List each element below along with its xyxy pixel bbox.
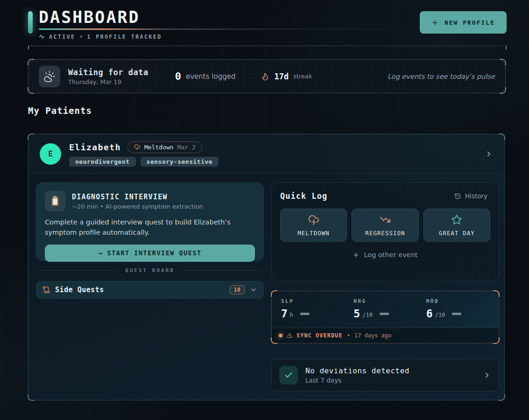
warning-icon	[287, 333, 292, 338]
chevron-right-icon	[485, 150, 493, 158]
start-interview-quest-button[interactable]: → START INTERVIEW QUEST	[45, 245, 255, 262]
stat-unit: /10	[362, 312, 373, 319]
corner-bracket	[28, 87, 34, 94]
status-row: ACTIVE • 1 PROFILE TRACKED	[39, 34, 412, 40]
corner-bracket	[28, 394, 34, 401]
side-quests-toggle[interactable]: Side Quests 10	[36, 281, 264, 299]
sync-status-label: SYNC OVERDUE	[296, 332, 343, 339]
stat-value-row: 7 h	[281, 308, 353, 319]
quest-board-divider: QUEST BOARD	[38, 267, 262, 273]
new-profile-label: NEW PROFILE	[444, 19, 495, 26]
patient-header[interactable]: E Elizabeth Meltdown Mar 2 neurodivergen…	[28, 134, 504, 174]
plus-icon	[353, 252, 360, 259]
stat-unit: /10	[435, 312, 445, 319]
status-title: Waiting for data	[68, 68, 148, 77]
stat-label: NRG	[353, 298, 426, 304]
tag-sensory-sensitive: sensory-sensitive	[141, 157, 219, 167]
dot-separator: •	[347, 332, 350, 339]
sync-time: 17 days ago	[354, 332, 391, 339]
events-metric: 0 events logged	[175, 70, 236, 82]
cloud-sun-icon	[43, 70, 56, 83]
title-underline	[39, 28, 412, 30]
right-column: Quick Log History	[271, 182, 499, 392]
stat-trend-bar	[380, 313, 389, 315]
check-icon	[284, 371, 293, 380]
weather-icon-box	[39, 66, 60, 87]
quick-log-panel: Quick Log History	[271, 182, 499, 281]
stat-value-row: 5 /10	[353, 308, 426, 319]
cloud-lightning-icon	[308, 214, 319, 225]
new-profile-button[interactable]: NEW PROFILE	[420, 11, 507, 34]
stat-value-row: 6 /10	[426, 308, 499, 319]
side-quests-count-badge: 10	[230, 285, 245, 294]
divider-line	[181, 270, 262, 271]
log-other-event-button[interactable]: Log other event	[350, 251, 420, 259]
patient-tags: neurodivergent sensory-sensitive	[69, 157, 219, 167]
streak-value: 17d	[274, 72, 289, 81]
event-badge-date: Mar 2	[177, 144, 196, 151]
scroll-icon	[42, 286, 50, 294]
avatar: E	[40, 143, 61, 165]
interview-description: Complete a guided interview quest to bui…	[45, 217, 255, 238]
quest-board-label: QUEST BOARD	[125, 267, 175, 273]
diagnostic-interview-card: DIAGNOSTIC INTERVIEW ~20 min • AI-powere…	[36, 182, 264, 261]
patient-body: DIAGNOSTIC INTERVIEW ~20 min • AI-powere…	[28, 174, 504, 392]
log-great-day-button[interactable]: GREAT DAY	[423, 209, 490, 242]
title-block: DASHBOARD ACTIVE • 1 PROFILE TRACKED	[28, 8, 412, 40]
patient-info: Elizabeth Meltdown Mar 2 neurodivergent …	[69, 141, 219, 167]
history-icon	[454, 193, 461, 200]
patient-card: E Elizabeth Meltdown Mar 2 neurodivergen…	[28, 134, 505, 400]
quick-log-buttons: MELTDOWN REGRESSION GREAT	[280, 209, 490, 242]
title-column: DASHBOARD ACTIVE • 1 PROFILE TRACKED	[39, 8, 412, 40]
deviations-card[interactable]: No deviations detected Last 7 days	[271, 359, 499, 392]
vitals-grid: SLP 7 h NRG 5 /10	[272, 291, 499, 319]
stat-label: MÖD	[426, 298, 499, 304]
stat-value: 7	[281, 308, 288, 319]
interview-title-block: DIAGNOSTIC INTERVIEW ~20 min • AI-powere…	[72, 193, 203, 210]
interview-title: DIAGNOSTIC INTERVIEW	[72, 193, 203, 201]
corner-bracket	[500, 87, 506, 94]
header: DASHBOARD ACTIVE • 1 PROFILE TRACKED NEW…	[28, 8, 507, 40]
status-date: Thursday, Mar 19	[68, 78, 148, 85]
log-meltdown-button[interactable]: MELTDOWN	[280, 209, 347, 242]
stat-trend-bar	[452, 313, 461, 315]
frame-divider-line	[28, 46, 507, 49]
interview-head: DIAGNOSTIC INTERVIEW ~20 min • AI-powere…	[45, 191, 255, 211]
profiles-tracked-label: 1 PROFILE TRACKED	[87, 34, 162, 40]
last-event-badge[interactable]: Meltdown Mar 2	[127, 141, 202, 153]
chevron-right-icon	[483, 371, 491, 379]
deviations-subtitle: Last 7 days	[305, 377, 409, 384]
patient-name: Elizabeth	[69, 142, 121, 152]
meltdown-label: MELTDOWN	[298, 230, 330, 237]
plus-icon	[431, 19, 438, 26]
trending-down-icon	[380, 214, 391, 225]
activity-icon	[39, 34, 45, 40]
stat-label: SLP	[281, 298, 353, 304]
sync-dot	[279, 334, 282, 337]
my-patients-heading: My Patients	[28, 105, 92, 116]
chevron-down-icon	[250, 286, 257, 294]
avatar-initial: E	[48, 149, 53, 158]
left-column: DIAGNOSTIC INTERVIEW ~20 min • AI-powere…	[36, 182, 264, 392]
divider-line	[38, 270, 119, 271]
corner-bracket	[499, 394, 505, 401]
patient-name-row: Elizabeth Meltdown Mar 2	[69, 141, 219, 153]
history-button[interactable]: History	[451, 192, 490, 200]
flame-icon	[261, 72, 269, 81]
stat-energy: NRG 5 /10	[353, 298, 426, 319]
history-label: History	[465, 192, 487, 200]
vitals-panel: SLP 7 h NRG 5 /10	[271, 291, 499, 343]
active-label: ACTIVE	[49, 34, 76, 40]
great-day-label: GREAT DAY	[439, 230, 475, 237]
stat-trend-bar	[300, 313, 310, 315]
stat-sleep: SLP 7 h	[281, 298, 353, 319]
sync-status-row: SYNC OVERDUE • 17 days ago	[272, 328, 499, 343]
interview-subtitle: ~20 min • AI-powered symptom extraction	[72, 203, 203, 210]
streak-label: streak	[293, 73, 312, 80]
deviations-title: No deviations detected	[305, 366, 409, 375]
status-text: Waiting for data Thursday, Mar 19	[68, 68, 148, 85]
cloud-lightning-icon	[134, 144, 141, 150]
corner-bracket	[28, 59, 34, 65]
log-regression-button[interactable]: REGRESSION	[352, 209, 418, 242]
page-title: DASHBOARD	[39, 8, 412, 27]
